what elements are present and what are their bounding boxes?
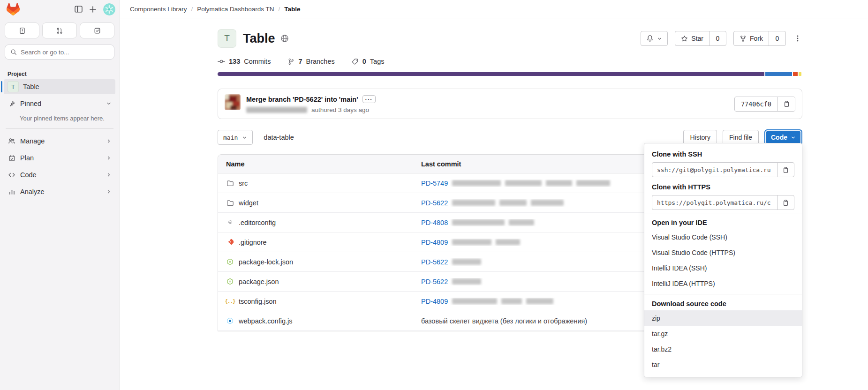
search-input[interactable]: Search or go to...: [5, 45, 114, 60]
create-new-icon[interactable]: [89, 6, 97, 13]
commit-message-redacted: [452, 180, 610, 186]
commit-message-redacted: [452, 200, 564, 206]
file-link[interactable]: src: [239, 180, 248, 187]
commit-message-redacted: [452, 298, 553, 304]
code-icon: [8, 171, 16, 179]
commit-ref-link[interactable]: PD-4809: [421, 239, 448, 246]
commit-message-redacted: [452, 278, 481, 285]
commit-ref-link[interactable]: PD-5622: [421, 278, 448, 285]
branch-icon: [287, 58, 294, 65]
chart-icon: [8, 188, 16, 195]
sidebar-item-plan[interactable]: Plan: [4, 150, 115, 165]
clone-https-input[interactable]: https://polygit.polymatica.ru/c: [652, 195, 777, 210]
branch-selector[interactable]: main: [218, 130, 253, 145]
commit-ref-link[interactable]: PD-4808: [421, 219, 448, 226]
star-label: Star: [691, 35, 703, 42]
commit-message[interactable]: базовый скелет виджета (без логики и ото…: [421, 317, 587, 325]
webpack-file-icon: [226, 317, 234, 324]
nodejs-file-icon: [226, 278, 234, 285]
file-link[interactable]: webpack.config.js: [239, 317, 292, 325]
sidebar-toggle-icon[interactable]: [75, 6, 83, 13]
copy-sha-button[interactable]: [777, 97, 795, 111]
file-link[interactable]: package.json: [239, 278, 279, 285]
code-dropdown-panel: Clone with SSH ssh://git@polygit.polymat…: [644, 143, 802, 377]
star-icon: [681, 35, 688, 42]
menu-item-download-zip[interactable]: zip: [644, 310, 802, 326]
commit-title[interactable]: Merge branch 'PD-5622' into 'main': [246, 96, 358, 103]
breadcrumb-item-current[interactable]: Table: [284, 6, 300, 13]
branches-stat[interactable]: 7 Branches: [287, 58, 334, 65]
nodejs-file-icon: [226, 258, 234, 265]
sidebar-item-code[interactable]: Code: [4, 167, 115, 182]
menu-item-download-tarbz2[interactable]: tar.bz2: [644, 341, 802, 357]
commit-expand-button[interactable]: ···: [362, 95, 376, 103]
breadcrumb-item[interactable]: Components Library: [130, 6, 187, 13]
chevron-down-icon: [242, 135, 247, 140]
star-count[interactable]: 0: [709, 31, 726, 45]
stat-label: Tags: [370, 58, 385, 65]
language-segment: [218, 72, 764, 76]
commit-ref-link[interactable]: PD-5749: [421, 180, 448, 187]
active-indicator: [1, 81, 2, 92]
menu-item-intellij-https[interactable]: IntelliJ IDEA (HTTPS): [644, 276, 802, 291]
menu-item-download-tar[interactable]: tar: [644, 357, 802, 372]
file-link[interactable]: widget: [239, 199, 258, 207]
tags-stat[interactable]: 0 Tags: [352, 58, 385, 65]
sidebar-item-analyze[interactable]: Analyze: [4, 184, 115, 199]
commit-message-redacted: [452, 239, 520, 245]
search-placeholder: Search or go to...: [21, 49, 69, 56]
fork-button[interactable]: Fork: [734, 31, 769, 45]
breadcrumb: Components Library / Polymatica Dashboar…: [120, 0, 868, 18]
file-link[interactable]: package-lock.json: [239, 258, 293, 266]
todo-button[interactable]: [80, 22, 114, 38]
chevron-down-icon: [791, 135, 796, 140]
sidebar-item-label: Table: [23, 83, 39, 90]
globe-public-icon: [280, 34, 289, 43]
menu-item-intellij-ssh[interactable]: IntelliJ IDEA (SSH): [644, 260, 802, 276]
search-icon: [10, 49, 17, 55]
fork-icon: [740, 35, 747, 42]
bell-icon: [646, 35, 654, 42]
language-segment: [793, 72, 798, 76]
dropdown-divider: [644, 294, 802, 294]
project-avatar: T: [218, 29, 236, 48]
sidebar-item-pinned[interactable]: Pinned: [4, 96, 115, 111]
language-bar[interactable]: [218, 72, 802, 76]
fork-count[interactable]: 0: [769, 31, 785, 45]
chevron-right-icon: [106, 189, 112, 195]
menu-item-download-targz[interactable]: tar.gz: [644, 326, 802, 341]
copy-ssh-url-button[interactable]: [777, 162, 794, 177]
sidebar-item-label: Code: [20, 171, 37, 179]
commits-stat[interactable]: 133 Commits: [218, 58, 271, 65]
kebab-menu-icon[interactable]: [793, 35, 802, 42]
sidebar-divider: [6, 128, 113, 129]
clone-ssh-input[interactable]: ssh://git@polygit.polymatica.ru: [652, 162, 777, 177]
tsconfig-file-icon: {..}: [226, 298, 234, 304]
user-avatar[interactable]: [103, 3, 115, 15]
chevron-right-icon: [106, 155, 112, 161]
commit-icon: [218, 58, 225, 65]
commit-ref-link[interactable]: PD-4809: [421, 298, 448, 305]
menu-item-vscode-ssh[interactable]: Visual Studio Code (SSH): [644, 229, 802, 245]
file-link[interactable]: .editorconfig: [239, 219, 276, 226]
last-commit-box: Merge branch 'PD-5622' into 'main' ··· a…: [218, 89, 802, 119]
merge-requests-button[interactable]: [42, 22, 77, 38]
breadcrumb-item[interactable]: Polymatica Dashboards TN: [197, 6, 274, 13]
commit-ref-link[interactable]: PD-5622: [421, 199, 448, 207]
star-button[interactable]: Star: [675, 31, 709, 45]
issues-button[interactable]: [5, 22, 39, 38]
sidebar-item-manage[interactable]: Manage: [4, 134, 115, 149]
file-link[interactable]: tsconfig.json: [239, 298, 277, 305]
copy-https-url-button[interactable]: [777, 195, 794, 210]
notifications-dropdown-button[interactable]: [641, 31, 668, 46]
sidebar: Search or go to... Project T Table Pinne…: [0, 0, 120, 390]
column-header-name: Name: [218, 160, 421, 168]
file-link[interactable]: .gitignore: [239, 239, 267, 246]
gitlab-logo[interactable]: [7, 3, 20, 15]
commit-ref-link[interactable]: PD-5622: [421, 258, 448, 266]
menu-item-vscode-https[interactable]: Visual Studio Code (HTTPS): [644, 245, 802, 260]
sidebar-item-table[interactable]: T Table: [4, 79, 115, 94]
chevron-down-icon: [106, 101, 112, 106]
repo-path[interactable]: data-table: [264, 134, 294, 141]
editorconfig-file-icon: [226, 219, 234, 226]
